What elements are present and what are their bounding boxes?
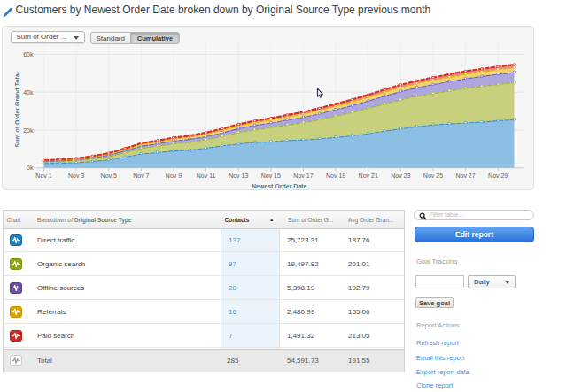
svg-text:Nov 19: Nov 19 xyxy=(326,173,345,179)
svg-text:Nov 17: Nov 17 xyxy=(293,173,313,179)
svg-text:Nov 7: Nov 7 xyxy=(133,173,149,179)
svg-text:Nov 9: Nov 9 xyxy=(166,173,182,179)
svg-text:Nov 21: Nov 21 xyxy=(359,173,378,179)
svg-text:20k: 20k xyxy=(23,127,34,134)
svg-text:Nov 29: Nov 29 xyxy=(488,173,508,179)
svg-text:Nov 5: Nov 5 xyxy=(101,173,117,179)
svg-text:Nov 25: Nov 25 xyxy=(423,173,443,179)
svg-text:Nov 11: Nov 11 xyxy=(197,173,216,179)
svg-text:Nov 3: Nov 3 xyxy=(68,173,84,179)
svg-text:Nov 13: Nov 13 xyxy=(229,173,248,179)
svg-text:Sum of Order Grand Total: Sum of Order Grand Total xyxy=(14,72,20,147)
svg-text:Nov 1: Nov 1 xyxy=(35,173,51,179)
svg-text:Newest Order Date: Newest Order Date xyxy=(252,183,307,189)
svg-text:Nov 23: Nov 23 xyxy=(391,173,410,179)
svg-text:60k: 60k xyxy=(23,51,34,58)
svg-text:0k: 0k xyxy=(27,165,34,171)
svg-text:40k: 40k xyxy=(23,89,34,96)
svg-text:Nov 27: Nov 27 xyxy=(455,173,475,179)
svg-text:Nov 15: Nov 15 xyxy=(261,173,281,179)
